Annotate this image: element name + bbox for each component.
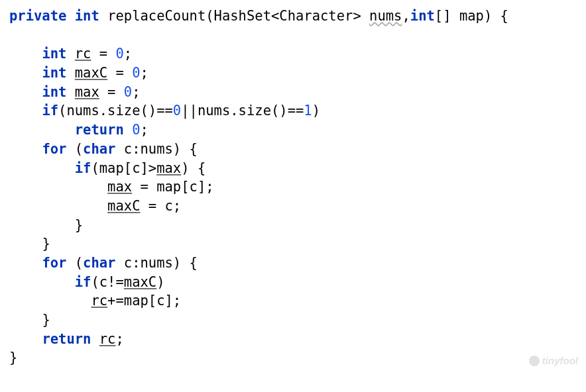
watermark: tinyfool [529, 354, 578, 368]
keyword-char: char [83, 255, 115, 271]
keyword-char: char [83, 141, 115, 157]
globe-icon [529, 356, 540, 366]
keyword-for: for [42, 141, 66, 157]
param-nums: nums [369, 8, 402, 24]
watermark-text: tinyfool [542, 354, 578, 368]
var-rc: rc [99, 331, 116, 347]
keyword-int: int [42, 65, 66, 81]
var-maxc: maxC [107, 198, 140, 214]
var-max: max [75, 84, 99, 100]
keyword-int: int [42, 84, 66, 100]
var-maxc: maxC [75, 65, 107, 81]
keyword-int-array: int [410, 8, 435, 24]
line-1: private int replaceCount(HashSet<Charact… [9, 8, 508, 24]
keyword-return: return [42, 331, 91, 347]
keyword-if: if [42, 103, 58, 119]
keyword-int: int [42, 46, 66, 62]
keyword-int: int [75, 8, 99, 24]
code-block: private int replaceCount(HashSet<Charact… [9, 7, 577, 368]
param-type: HashSet<Character> [214, 8, 361, 24]
var-max: max [107, 179, 132, 195]
keyword-private: private [9, 8, 66, 24]
keyword-if: if [75, 160, 91, 176]
keyword-for: for [42, 255, 66, 271]
var-rc: rc [75, 46, 91, 62]
keyword-if: if [75, 274, 91, 290]
method-name: replaceCount [107, 8, 205, 24]
param-map: map [459, 8, 484, 24]
keyword-return: return [75, 122, 124, 138]
var-rc: rc [91, 293, 107, 309]
